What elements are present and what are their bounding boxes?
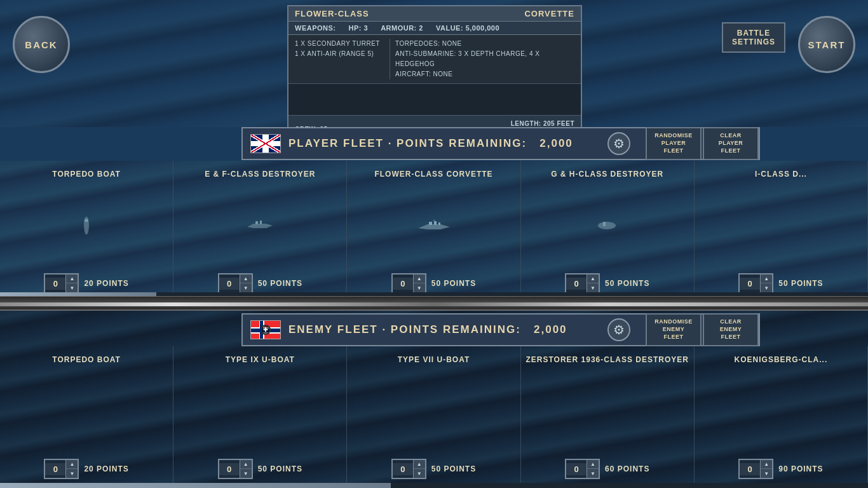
torpedo-boat-icon (77, 213, 96, 238)
enemy-ship-3-name: TYPE VII U-BOAT (349, 351, 517, 367)
enemy-ship-2-down[interactable]: ▼ (240, 469, 252, 478)
ef-destroyer-icon (244, 214, 276, 236)
enemy-ship-5-image (697, 367, 865, 455)
battle-settings-button[interactable]: BATTLE SETTINGS (722, 22, 785, 53)
clear-enemy-fleet-button[interactable]: CLEAR ENEMY FLEET (703, 313, 759, 346)
player-ship-4-counter[interactable]: 0 ▲ ▼ (565, 273, 600, 294)
enemy-ship-5-up[interactable]: ▲ (761, 460, 772, 469)
enemy-fleet-flag: ✚ (250, 320, 281, 339)
ship-type: CORVETTE (524, 9, 574, 18)
enemy-ship-4-counter[interactable]: 0 ▲ ▼ (565, 459, 600, 479)
enemy-ship-4-image (524, 367, 691, 455)
player-ship-4-points: 50 POINTS (605, 279, 649, 288)
player-ship-gh-destroyer: G & H-CLASS DESTROYER 0 ▲ ▼ 50 POINTS (521, 161, 695, 297)
enemy-fleet-gear[interactable]: ⚙ (607, 318, 630, 341)
player-ship-1-counter[interactable]: 0 ▲ ▼ (44, 273, 79, 294)
clear-player-label: CLEAR PLAYER FLEET (709, 132, 752, 154)
player-ship-5-value: 0 (740, 278, 760, 290)
player-ship-5-image (697, 181, 865, 269)
player-progress-bar (0, 292, 156, 296)
randomise-player-fleet-button[interactable]: RANDOMISE PLAYER FLEET (646, 127, 702, 160)
player-ship-1-name: TORPEDO BOAT (3, 166, 170, 181)
enemy-ship-3-counter[interactable]: 0 ▲ ▼ (391, 459, 426, 479)
svg-rect-6 (438, 222, 440, 225)
svg-rect-4 (429, 222, 432, 225)
back-button[interactable]: BACK (13, 16, 70, 73)
ship-weapon1: 1 X SECONDARY TURRET (295, 39, 384, 49)
enemy-ship-3-points: 50 POINTS (431, 464, 476, 473)
ship-anti-sub: ANTI-SUBMARINE: 3 X DEPTH CHARGE, 4 X HE… (395, 49, 574, 69)
player-ship-2-up[interactable]: ▲ (240, 274, 252, 283)
player-ship-2-down[interactable]: ▼ (240, 283, 252, 292)
player-ship-5-up[interactable]: ▲ (761, 274, 772, 283)
player-ship-i-class: I-CLASS D... 0 ▲ ▼ 50 POINTS (695, 161, 868, 297)
svg-rect-1 (85, 219, 88, 222)
flower-corvette-icon (415, 214, 453, 236)
player-ship-5-points: 50 POINTS (778, 279, 823, 288)
player-fleet-gear[interactable]: ⚙ (607, 132, 630, 155)
back-button-label: BACK (25, 39, 57, 50)
enemy-ship-columns: TORPEDO BOAT 0 ▲ ▼ 20 POINTS TYPE IX U-B… (0, 346, 868, 483)
enemy-ship-2-image (176, 367, 344, 455)
player-fleet-label: PLAYER FLEET · POINTS REMAINING: 2,000 (288, 137, 600, 150)
player-ship-columns: TORPEDO BOAT 0 ▲ ▼ 20 POINTS E & F-CLASS… (0, 161, 868, 297)
player-ship-4-name: G & H-CLASS DESTROYER (524, 166, 691, 181)
player-ship-1-value: 0 (45, 278, 65, 290)
enemy-ship-1-image (3, 367, 170, 455)
player-ship-4-up[interactable]: ▲ (587, 274, 599, 283)
enemy-ship-5-name: KOENIGSBERG-CLA... (697, 351, 865, 367)
enemy-ship-2-value: 0 (219, 463, 240, 475)
player-ship-3-counter[interactable]: 0 ▲ ▼ (391, 273, 426, 294)
start-button[interactable]: START (798, 16, 855, 73)
ship-value: VALUE: 5,000,000 (436, 24, 499, 32)
randomise-enemy-label: RANDOMISE ENEMY FLEET (652, 318, 695, 341)
enemy-ship-2-points: 50 POINTS (258, 464, 302, 473)
player-ship-1-up[interactable]: ▲ (66, 274, 78, 283)
player-ship-1-image (3, 181, 170, 269)
enemy-ship-2-name: TYPE IX U-BOAT (176, 351, 344, 367)
player-ship-3-up[interactable]: ▲ (414, 274, 425, 283)
enemy-ship-zerstorer: ZERSTORER 1936-CLASS DESTROYER 0 ▲ ▼ 60 … (521, 346, 695, 483)
enemy-ship-2-up[interactable]: ▲ (240, 460, 252, 469)
player-ship-3-points: 50 POINTS (431, 279, 476, 288)
enemy-ship-4-up[interactable]: ▲ (587, 460, 599, 469)
ship-hp: HP: 3 (349, 24, 369, 32)
svg-point-8 (598, 222, 616, 229)
enemy-ship-1-counter[interactable]: 0 ▲ ▼ (44, 459, 79, 479)
enemy-fleet-bar: ✚ ENEMY FLEET · POINTS REMAINING: 2,000 … (241, 313, 760, 346)
randomise-player-label: RANDOMISE PLAYER FLEET (652, 132, 695, 154)
enemy-ship-2-counter[interactable]: 0 ▲ ▼ (218, 459, 253, 479)
fleet-divider (0, 295, 868, 311)
player-ship-1-down[interactable]: ▼ (66, 283, 78, 292)
enemy-ship-4-name: ZERSTORER 1936-CLASS DESTROYER (524, 351, 691, 367)
svg-rect-5 (434, 221, 437, 225)
player-fleet-bar: PLAYER FLEET · POINTS REMAINING: 2,000 ⚙… (241, 127, 760, 160)
player-ship-3-down[interactable]: ▼ (414, 283, 425, 292)
enemy-ship-koenigsberg: KOENIGSBERG-CLA... 0 ▲ ▼ 90 POINTS (695, 346, 868, 483)
enemy-ship-3-up[interactable]: ▲ (414, 460, 425, 469)
enemy-progress-bar-container (0, 483, 868, 488)
enemy-ship-1-up[interactable]: ▲ (66, 460, 78, 469)
player-ship-2-counter[interactable]: 0 ▲ ▼ (218, 273, 253, 294)
player-ship-4-down[interactable]: ▼ (587, 283, 599, 292)
enemy-ship-4-down[interactable]: ▼ (587, 469, 599, 478)
randomise-enemy-fleet-button[interactable]: RANDOMISE ENEMY FLEET (646, 313, 702, 346)
player-ship-2-name: E & F-CLASS DESTROYER (176, 166, 344, 181)
clear-enemy-label: CLEAR ENEMY FLEET (709, 318, 752, 341)
start-button-label: START (808, 39, 846, 50)
enemy-ship-1-down[interactable]: ▼ (66, 469, 78, 478)
ship-image-area (288, 84, 581, 116)
enemy-progress-bar (0, 483, 391, 488)
player-ship-3-value: 0 (393, 278, 413, 290)
enemy-ship-5-counter[interactable]: 0 ▲ ▼ (738, 459, 773, 479)
battle-settings-line1: BATTLE (732, 29, 775, 37)
enemy-ship-5-down[interactable]: ▼ (761, 469, 772, 478)
clear-player-fleet-button[interactable]: CLEAR PLAYER FLEET (703, 127, 759, 160)
ship-armour: ARMOUR: 2 (381, 24, 423, 32)
enemy-ship-type-ix-uboat: TYPE IX U-BOAT 0 ▲ ▼ 50 POINTS (173, 346, 347, 483)
player-ship-flower-corvette: FLOWER-CLASS CORVETTE 0 ▲ ▼ 50 POINTS (347, 161, 520, 297)
enemy-ship-5-points: 90 POINTS (778, 464, 823, 473)
enemy-ship-3-down[interactable]: ▼ (414, 469, 425, 478)
player-ship-5-counter[interactable]: 0 ▲ ▼ (738, 273, 773, 294)
player-ship-5-down[interactable]: ▼ (761, 283, 772, 292)
